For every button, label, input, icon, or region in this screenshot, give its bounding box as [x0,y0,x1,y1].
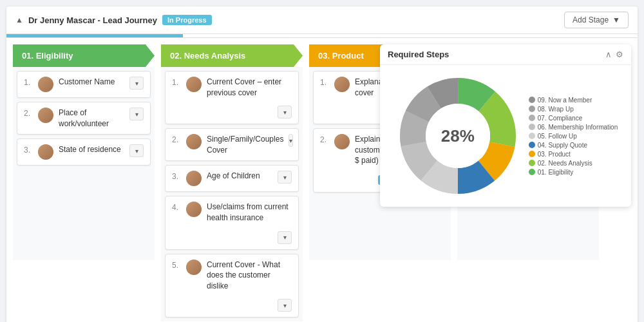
kanban-area: 01. Eligibility 1. Customer Name ▾ 2. [6,38,638,322]
legend-label: 08. Wrap Up [538,106,574,113]
add-stage-label: Add Stage [573,15,609,24]
item-content: Customer Name [59,77,124,88]
avatar [38,108,53,123]
item-number: 5. [172,261,181,270]
avatar [38,144,53,160]
list-item: 2. Single/Family/Couples Cover ▾ [165,128,299,161]
list-item: 2. Place of work/volunteer ▾ [17,102,151,135]
journey-title: Dr Jenny Mascar - Lead Journey [28,15,157,25]
stage-items-needs-analysis: 1. Current Cover – enter previous cover … [161,67,303,321]
legend-label: 07. Compliance [538,115,582,122]
item-top-row: 4. Use/claims from current health insura… [172,202,292,223]
item-number: 1. [172,78,181,87]
chart-settings-button[interactable]: ⚙ [616,50,623,59]
status-badge: In Progress [162,15,212,25]
legend-dot [529,97,535,103]
item-number: 2. [172,135,181,144]
item-label: Current Cover – enter previous cover [207,77,281,97]
list-item: 3. State of residence ▾ [17,138,151,166]
legend-item: 08. Wrap Up [529,106,618,113]
legend-label: 05. Follow Up [538,133,577,140]
item-dropdown-button[interactable]: ▾ [129,144,144,157]
legend-label: 06. Membership Information [538,124,618,131]
avatar [38,77,53,92]
chart-panel: Required Steps ∧ ⚙ [380,44,631,207]
chart-collapse-button[interactable]: ∧ [605,50,612,59]
stage-label-product: 03. Product [318,51,364,61]
item-label: Use/claims from current health insurance [207,202,289,222]
item-number: 2. [320,135,329,144]
item-dropdown-button[interactable]: ▾ [129,77,144,90]
item-top-row: 1. Current Cover – enter previous cover [172,77,292,98]
item-dropdown-button[interactable]: ▾ [278,171,292,184]
avatar [186,171,202,186]
item-label: Age of Children [207,171,260,180]
pie-center-percentage: 28% [441,126,475,146]
item-label: Customer Name [59,77,115,86]
item-label: State of residence [59,145,121,154]
stage-header-eligibility: 01. Eligibility [13,44,155,67]
legend-item: 07. Compliance [529,115,618,122]
collapse-icon[interactable]: ▲ [15,15,23,24]
avatar [334,77,350,92]
legend-dot [529,151,535,157]
legend-item: 01. Eligibility [529,169,618,176]
legend-label: 03. Product [538,151,571,158]
item-label: Current Cover - What does the customer d… [207,260,280,290]
legend-label: 09. Now a Member [538,97,592,104]
legend-item: 05. Follow Up [529,133,618,140]
legend-label: 04. Supply Quote [538,142,587,149]
legend-dot [529,106,535,112]
progress-bar-fill [6,34,183,37]
item-label: Single/Family/Couples Cover [207,135,283,155]
header-left: ▲ Dr Jenny Mascar - Lead Journey In Prog… [15,15,212,25]
legend-dot [529,169,535,175]
legend-dot [529,115,535,121]
item-dropdown-button[interactable]: ▾ [278,106,292,118]
avatar [186,77,202,92]
list-item: 3. Age of Children ▾ [165,165,299,192]
item-content: Use/claims from current health insurance [207,202,292,223]
stage-header-needs-analysis: 02. Needs Analysis [161,44,303,67]
main-container: ▲ Dr Jenny Mascar - Lead Journey In Prog… [0,0,644,322]
board-wrapper: ▲ Dr Jenny Mascar - Lead Journey In Prog… [6,6,638,322]
item-dropdown-button[interactable]: ▾ [278,299,292,312]
legend-item: 09. Now a Member [529,97,618,104]
header-bar: ▲ Dr Jenny Mascar - Lead Journey In Prog… [6,6,638,34]
stage-column-needs-analysis: 02. Needs Analysis 1. Current Cover – en… [161,44,303,321]
item-content: Current Cover – enter previous cover [207,77,292,98]
legend-item: 06. Membership Information [529,124,618,131]
chart-body: 28% 09. Now a Member 08. Wrap Up [380,65,631,207]
item-dropdown-button[interactable]: ▾ [289,134,293,147]
pie-chart-container: 28% [393,71,522,200]
list-item: 1. Current Cover – enter previous cover … [165,71,299,124]
legend-label: 01. Eligibility [538,169,574,176]
legend-item: 02. Needs Analysis [529,160,618,167]
chart-header: Required Steps ∧ ⚙ [380,44,631,65]
legend-dot [529,133,535,139]
avatar [186,202,202,217]
item-bottom-row: ▾ [172,231,292,244]
chart-legend: 09. Now a Member 08. Wrap Up 07. Complia… [522,97,618,176]
stage-label-eligibility: 01. Eligibility [22,51,73,61]
stage-label-needs-analysis: 02. Needs Analysis [170,51,245,61]
item-content: Current Cover - What does the customer d… [207,260,292,292]
avatar [186,134,202,149]
list-item: 5. Current Cover - What does the custome… [165,254,299,318]
legend-label: 02. Needs Analysis [538,160,592,167]
item-bottom-row: ▾ [172,106,292,118]
item-bottom-row: ▾ [172,299,292,312]
chart-title: Required Steps [388,50,449,59]
legend-item: 03. Product [529,151,618,158]
item-dropdown-button[interactable]: ▾ [129,108,144,120]
dropdown-arrow-icon: ▼ [612,15,620,24]
legend-dot [529,142,535,148]
legend-dot [529,160,535,166]
stage-items-eligibility: 1. Customer Name ▾ 2. Place of work/volu… [13,67,155,260]
item-number: 1. [320,78,329,87]
list-item: 4. Use/claims from current health insura… [165,196,299,249]
item-top-row: 5. Current Cover - What does the custome… [172,260,292,292]
add-stage-button[interactable]: Add Stage ▼ [564,12,629,28]
item-dropdown-button[interactable]: ▾ [278,231,292,244]
chart-controls: ∧ ⚙ [605,50,623,59]
